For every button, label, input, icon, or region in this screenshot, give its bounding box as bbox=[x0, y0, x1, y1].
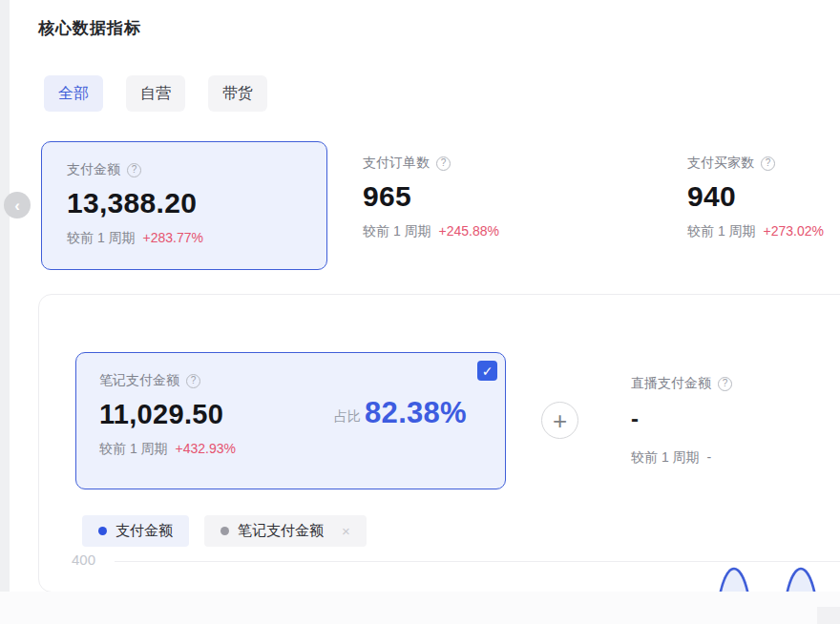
metric-label-row: 支付订单数 ? bbox=[363, 155, 649, 172]
tab-affiliate[interactable]: 带货 bbox=[208, 75, 267, 112]
line-chart-clipped[interactable] bbox=[679, 562, 840, 593]
metric-label: 直播支付金额 bbox=[631, 375, 711, 392]
compare-label: 较前 1 周期 bbox=[363, 223, 431, 240]
help-icon[interactable]: ? bbox=[761, 156, 775, 171]
metric-compare-row: 较前 1 周期 - bbox=[631, 449, 840, 467]
breakdown-panel: ✓ 笔记支付金额 ? 11,029.50 占比 82.38% 较前 1 周期 +… bbox=[38, 294, 840, 593]
metric-card-note-payment[interactable]: ✓ 笔记支付金额 ? 11,029.50 占比 82.38% 较前 1 周期 +… bbox=[75, 352, 506, 489]
page-bottom-strip bbox=[0, 592, 840, 624]
compare-label: 较前 1 周期 bbox=[687, 223, 756, 240]
ratio-value: 82.38% bbox=[365, 396, 467, 430]
metric-compare-row: 较前 1 周期 +283.77% bbox=[67, 230, 302, 247]
legend-label: 支付金额 bbox=[116, 522, 173, 540]
metric-value: 13,388.20 bbox=[67, 187, 302, 219]
ratio-label: 占比 bbox=[334, 408, 361, 430]
help-icon[interactable]: ? bbox=[186, 374, 200, 388]
chevron-left-icon: ‹ bbox=[14, 198, 20, 214]
metric-card-order-count[interactable]: 支付订单数 ? 965 较前 1 周期 +245.88% bbox=[363, 155, 649, 240]
compare-label: 较前 1 周期 bbox=[99, 441, 168, 458]
plus-icon: + bbox=[553, 408, 567, 433]
change-value: +283.77% bbox=[143, 230, 203, 247]
page-title: 核心数据指标 bbox=[38, 17, 141, 39]
legend-label: 笔记支付金额 bbox=[238, 522, 324, 540]
metric-compare-row: 较前 1 周期 +245.88% bbox=[363, 223, 649, 240]
add-metric-button[interactable]: + bbox=[541, 402, 578, 439]
close-icon[interactable]: × bbox=[342, 524, 350, 538]
compare-label: 较前 1 周期 bbox=[67, 230, 136, 247]
chart-legend: 支付金额 笔记支付金额 × bbox=[82, 515, 367, 547]
note-value-row: 11,029.50 占比 82.38% bbox=[99, 396, 482, 430]
checkbox-checked[interactable]: ✓ bbox=[477, 361, 497, 381]
metric-label-row: 支付金额 ? bbox=[67, 161, 302, 178]
metric-label: 支付金额 bbox=[67, 161, 120, 178]
tab-self-operated[interactable]: 自营 bbox=[126, 75, 185, 112]
metric-value: - bbox=[631, 406, 840, 432]
change-value: +245.88% bbox=[439, 223, 499, 240]
help-icon[interactable]: ? bbox=[718, 377, 732, 391]
ratio-group: 占比 82.38% bbox=[334, 396, 467, 430]
page-background-strip bbox=[0, 0, 10, 592]
help-icon[interactable]: ? bbox=[127, 163, 141, 177]
payment-line-series bbox=[679, 562, 840, 593]
metric-label-row: 笔记支付金额 ? bbox=[99, 372, 482, 389]
dashboard-screen: 核心数据指标 全部 自营 带货 支付金额 ? 13,388.20 较前 1 周期… bbox=[0, 0, 840, 624]
y-axis-tick-400: 400 bbox=[72, 551, 95, 568]
scope-tabs: 全部 自营 带货 bbox=[44, 75, 267, 112]
metric-label: 支付订单数 bbox=[363, 155, 430, 172]
metric-card-payment-amount[interactable]: 支付金额 ? 13,388.20 较前 1 周期 +283.77% bbox=[41, 141, 327, 270]
metric-label: 支付买家数 bbox=[687, 155, 754, 172]
compare-label: 较前 1 周期 bbox=[631, 449, 700, 467]
metric-value: 940 bbox=[687, 180, 840, 213]
metric-label-row: 直播支付金额 ? bbox=[631, 375, 840, 392]
change-value: +432.93% bbox=[176, 441, 236, 458]
legend-chip-payment-amount[interactable]: 支付金额 bbox=[82, 515, 189, 547]
metric-value: 11,029.50 bbox=[99, 399, 223, 430]
metric-card-live-payment[interactable]: 直播支付金额 ? - 较前 1 周期 - bbox=[631, 375, 840, 467]
tab-all[interactable]: 全部 bbox=[44, 75, 103, 112]
metric-label: 笔记支付金额 bbox=[99, 372, 179, 389]
change-value: - bbox=[707, 449, 712, 467]
legend-chip-note-payment[interactable]: 笔记支付金额 × bbox=[204, 515, 367, 547]
core-metrics-panel: 核心数据指标 全部 自营 带货 支付金额 ? 13,388.20 较前 1 周期… bbox=[10, 0, 840, 592]
change-value: +273.02% bbox=[764, 223, 824, 240]
scroll-corner-widget bbox=[817, 607, 840, 624]
help-icon[interactable]: ? bbox=[436, 156, 451, 171]
legend-dot-blue bbox=[98, 527, 107, 535]
carousel-prev-button[interactable]: ‹ bbox=[4, 192, 31, 218]
metric-label-row: 支付买家数 ? bbox=[687, 155, 840, 172]
metric-compare-row: 较前 1 周期 +432.93% bbox=[99, 441, 482, 458]
metric-value: 965 bbox=[363, 180, 649, 213]
metric-card-buyer-count[interactable]: 支付买家数 ? 940 较前 1 周期 +273.02% bbox=[687, 155, 840, 240]
metric-compare-row: 较前 1 周期 +273.02% bbox=[687, 223, 840, 240]
legend-dot-gray bbox=[220, 527, 229, 535]
